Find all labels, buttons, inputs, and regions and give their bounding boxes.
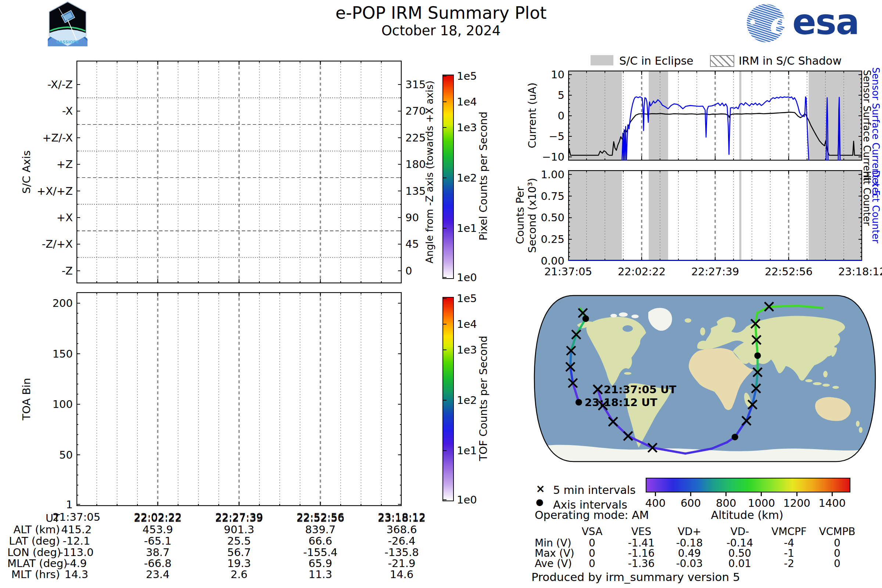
angle-tick-315: 315 bbox=[405, 78, 426, 91]
tof-counts-colorbar bbox=[442, 297, 454, 501]
cb1-tickmark bbox=[443, 101, 447, 102]
track-start-label: 21:37:05 UT bbox=[604, 383, 676, 396]
epop-irm-summary-page: CASSIOPE e-POP IRM Summary Plot October … bbox=[0, 0, 882, 588]
angle-tick-270: 270 bbox=[405, 105, 426, 117]
cb2-tick-1e5: 1e5 bbox=[457, 292, 477, 304]
angle-tick-225: 225 bbox=[405, 132, 426, 144]
sc-axis-ylabel: S/C Axis bbox=[20, 150, 33, 194]
eclipse-legend-swatch bbox=[591, 55, 614, 65]
esa-globe-icon: e bbox=[745, 3, 789, 44]
counts-ytick-1.00: 1.00 bbox=[529, 168, 564, 181]
eclipse-band bbox=[649, 70, 668, 160]
sc-axis-category-1: -X/-Z bbox=[33, 78, 73, 91]
eclipse-band bbox=[808, 170, 862, 261]
axis-interval-marker bbox=[576, 399, 582, 406]
cb2-tick-1e3: 1e3 bbox=[457, 344, 477, 356]
counts-time-tick-5: 23:18:12 bbox=[833, 266, 882, 278]
cb1-tick-1e0: 1e0 bbox=[457, 271, 477, 284]
counts-ytick-0.25: 0.25 bbox=[529, 233, 564, 246]
axis-interval-marker bbox=[754, 352, 761, 359]
esa-wordmark: esa bbox=[792, 2, 859, 43]
voltage-cell-r3c5: -2 bbox=[763, 558, 815, 570]
ephemeris-cell-r6c2: 23.4 bbox=[128, 568, 187, 580]
ephemeris-cell-r4c2: 38.7 bbox=[128, 546, 187, 559]
voltage-col-header-VD-: VD- bbox=[714, 525, 765, 538]
cb1-tickmark bbox=[443, 127, 447, 128]
angle-tick-45: 45 bbox=[405, 238, 419, 250]
page-title: e-POP IRM Summary Plot bbox=[257, 3, 625, 23]
altitude-bar-label: Altitude (km) bbox=[710, 508, 784, 522]
ephemeris-cell-r3c4: 66.6 bbox=[291, 535, 350, 547]
cassiope-patch-icon: CASSIOPE bbox=[48, 2, 87, 46]
toa-bin-plot bbox=[76, 292, 402, 506]
cb2-tick-1e4: 1e4 bbox=[457, 318, 477, 330]
sc-axis-category-5: +X/+Z bbox=[33, 185, 73, 197]
pixel-counts-colorbar bbox=[442, 75, 454, 279]
counts-ytick-0.75: 0.75 bbox=[529, 190, 564, 202]
altbar-tickmark bbox=[832, 492, 833, 496]
track-segment bbox=[756, 324, 757, 340]
ephemeris-cell-r2c1: 415.2 bbox=[47, 524, 106, 536]
sc-axis-category-2: -X bbox=[33, 105, 73, 117]
angle-axis-label: Angle from -Z axis (towards +X axis) bbox=[424, 81, 435, 263]
detect-counter-label: Detect Counter bbox=[870, 170, 881, 243]
ephemeris-cell-r4c5: -135.8 bbox=[372, 546, 431, 559]
current-ytick-−5: −5 bbox=[529, 130, 564, 142]
track-segment bbox=[769, 306, 799, 306]
toa-ytick-100: 100 bbox=[44, 398, 73, 411]
angle-tick-90: 90 bbox=[405, 212, 419, 224]
ephemeris-cell-r3c2: -65.1 bbox=[128, 535, 187, 547]
irm-shadow-legend-swatch bbox=[710, 55, 734, 67]
current-ytick-10: 10 bbox=[529, 68, 564, 81]
ephemeris-cell-r5c4: 65.9 bbox=[291, 557, 350, 570]
ephemeris-cell-r5c3: 19.3 bbox=[210, 557, 268, 570]
cb2-tickmark bbox=[443, 400, 447, 400]
track-segment bbox=[570, 351, 571, 367]
ephemeris-cell-r4c4: -155.4 bbox=[291, 546, 350, 559]
angle-tick-135: 135 bbox=[405, 185, 426, 197]
map-content: 21:37:05 UT23:18:12 UT bbox=[531, 293, 878, 464]
ephemeris-cell-r4c3: 56.7 bbox=[210, 546, 268, 559]
cb2-tickmark bbox=[443, 324, 447, 324]
eclipse-band bbox=[740, 70, 742, 160]
counts-ytick-0.50: 0.50 bbox=[529, 212, 564, 224]
cb1-tickmark bbox=[443, 228, 447, 229]
ephemeris-cell-r1c5: 23:18:12 bbox=[372, 512, 431, 524]
sc-axis-category-8: -Z bbox=[33, 265, 73, 277]
cb1-tickmark bbox=[443, 277, 447, 278]
ephemeris-cell-r2c3: 901.3 bbox=[210, 524, 268, 536]
produced-by-line: Produced by irm_summary version 5 bbox=[531, 570, 740, 584]
eclipse-band bbox=[740, 170, 742, 261]
ephemeris-cell-r1c4: 22:52:56 bbox=[291, 512, 350, 524]
x-marker-icon: × bbox=[536, 482, 545, 495]
ephemeris-row-label-1: UT bbox=[8, 512, 60, 524]
toa-ytick-200: 200 bbox=[44, 297, 73, 309]
ephemeris-cell-r3c1: -12.1 bbox=[47, 535, 106, 547]
tof-counts-colorbar-label: TOF Counts per Second bbox=[477, 336, 489, 461]
cassiope-mission-patch: CASSIOPE bbox=[48, 2, 87, 46]
irm-shadow-legend-label: IRM in S/C Shadow bbox=[739, 54, 842, 67]
cb1-tick-1e3: 1e3 bbox=[457, 121, 477, 134]
cb1-tick-1e4: 1e4 bbox=[457, 96, 477, 108]
current-ytick-−10: −10 bbox=[529, 151, 564, 163]
ephemeris-cell-r6c4: 11.3 bbox=[291, 568, 350, 580]
voltage-col-header-VD+: VD+ bbox=[664, 525, 715, 538]
ephemeris-cell-r1c3: 22:27:39 bbox=[210, 512, 268, 524]
counts-time-tick-2: 22:02:22 bbox=[612, 266, 671, 278]
voltage-cell-r3c4: 0.01 bbox=[714, 558, 765, 570]
ephemeris-cell-r5c5: -21.9 bbox=[372, 557, 431, 570]
current-plot bbox=[568, 70, 862, 160]
cb1-tick-1e1: 1e1 bbox=[457, 222, 477, 234]
angle-tick-0: 0 bbox=[405, 265, 412, 277]
ephemeris-cell-r3c3: 25.5 bbox=[210, 535, 268, 547]
voltage-cell-r3c6: 0 bbox=[812, 558, 863, 570]
ephemeris-cell-r2c4: 839.7 bbox=[291, 524, 350, 536]
eclipse-band bbox=[568, 70, 622, 160]
counts-time-tick-4: 22:52:56 bbox=[759, 266, 818, 278]
cb2-tick-1e2: 1e2 bbox=[457, 394, 477, 406]
voltage-cell-r3c3: -0.03 bbox=[664, 558, 715, 570]
counts-time-tick-3: 22:27:39 bbox=[686, 266, 744, 278]
esa-logo: e esa bbox=[745, 3, 878, 44]
altbar-tickmark bbox=[655, 492, 656, 496]
cb2-tickmark bbox=[443, 298, 447, 299]
